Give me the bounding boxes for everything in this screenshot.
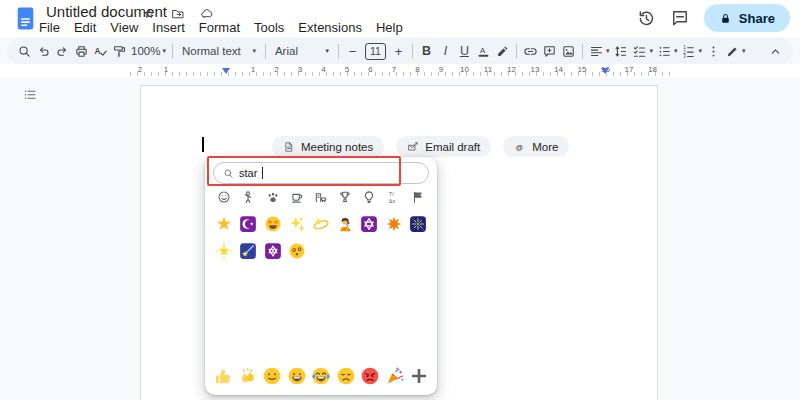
search-menus-icon[interactable] [17, 44, 32, 59]
more-options-icon[interactable] [706, 44, 721, 59]
recent-emoji-angry-face[interactable] [360, 364, 380, 388]
emoji-face-with-spiral-eyes[interactable] [285, 239, 309, 263]
emoji-category-food-and-drink[interactable] [285, 185, 309, 209]
emoji-star[interactable] [212, 212, 236, 236]
zoom-select[interactable]: 100%▾ [129, 40, 168, 62]
more-emojis-button-icon [409, 366, 429, 386]
recent-emoji-slightly-smiling-face[interactable] [262, 364, 282, 388]
comments-icon[interactable] [670, 8, 690, 28]
emoji-category-smileys-and-emotions[interactable] [212, 185, 236, 209]
hide-menus-icon[interactable] [768, 44, 783, 59]
menu-file[interactable]: File [32, 19, 67, 36]
emoji-category-flags-icon [411, 190, 425, 204]
version-history-icon[interactable] [636, 8, 656, 28]
undo-icon[interactable] [36, 44, 51, 59]
emoji-grid: T/&x [212, 185, 430, 263]
emoji-glowing-star[interactable] [212, 239, 236, 263]
menu-edit[interactable]: Edit [67, 19, 103, 36]
highlight-color-icon[interactable] [495, 44, 510, 59]
divider [582, 44, 583, 59]
emoji-category-people-icon [241, 190, 255, 204]
font-size-decrease[interactable]: − [343, 40, 362, 62]
text-cursor [202, 137, 204, 152]
bold-button[interactable]: B [417, 40, 436, 62]
right-indent-marker[interactable] [601, 68, 609, 74]
emoji-category-travel-and-places[interactable] [309, 185, 333, 209]
bullet-list-select[interactable]: ▾ [655, 40, 680, 62]
menu-format[interactable]: Format [192, 19, 247, 36]
align-select[interactable]: ▾ [587, 40, 612, 62]
print-icon[interactable] [74, 44, 89, 59]
recent-emoji-party-popper[interactable] [385, 364, 405, 388]
emoji-star-and-crescent[interactable] [236, 212, 260, 236]
numbered-list-select[interactable]: 123▾ [679, 40, 704, 62]
font-select[interactable]: Arial▾ [270, 40, 334, 62]
emoji-category-animals-and-nature-icon [266, 190, 280, 204]
recent-emoji-disappointed-face[interactable] [336, 364, 356, 388]
doc-chip-icon [283, 141, 295, 153]
add-comment-icon[interactable] [542, 44, 557, 59]
annotation-red-box [207, 156, 401, 186]
emoji-sparkles[interactable] [285, 212, 309, 236]
font-size-increase[interactable]: + [389, 40, 408, 62]
paragraph-style-select[interactable]: Normal text▾ [177, 40, 261, 62]
emoji-dizzy[interactable] [309, 212, 333, 236]
redo-icon[interactable] [55, 44, 70, 59]
emoji-category-symbols[interactable]: T/&x [382, 185, 406, 209]
editing-mode-select[interactable]: ▾ [723, 40, 748, 62]
divider [265, 44, 266, 59]
share-button[interactable]: Share [704, 4, 790, 32]
emoji-category-travel-and-places-icon [314, 190, 328, 204]
emoji-eight-pointed-star[interactable] [382, 212, 406, 236]
recent-emoji-grinning-face[interactable] [287, 364, 307, 388]
ruler-number: 12 [507, 65, 516, 74]
chip-meeting-notes[interactable]: Meeting notes [272, 136, 384, 157]
chip-more[interactable]: @More [503, 136, 569, 157]
underline-button[interactable]: U [455, 40, 474, 62]
paint-format-icon[interactable] [112, 44, 127, 59]
left-indent-marker[interactable] [222, 68, 230, 74]
ruler-number: 2 [138, 65, 142, 74]
emoji-sparkles-icon [288, 215, 306, 233]
checklist-icon [632, 44, 647, 59]
recent-emoji-thumbs-up[interactable] [213, 364, 233, 388]
emoji-star-struck[interactable] [260, 212, 284, 236]
insert-image-icon[interactable] [561, 44, 576, 59]
line-spacing-icon[interactable] [613, 44, 628, 59]
emoji-fireworks[interactable] [406, 212, 430, 236]
menu-view[interactable]: View [103, 19, 145, 36]
italic-button[interactable]: I [436, 40, 455, 62]
chip-email-draft[interactable]: Email draft [396, 136, 491, 157]
more-emojis-button[interactable] [409, 364, 429, 388]
ruler-number: 7 [392, 65, 396, 74]
header-right: Share [636, 4, 790, 32]
spellcheck-icon[interactable]: A [93, 44, 108, 59]
font-size-value[interactable]: 11 [365, 43, 386, 60]
menu-help[interactable]: Help [369, 19, 410, 36]
emoji-star-struck-icon [264, 215, 282, 233]
recent-emoji-clapping-hands[interactable] [238, 364, 258, 388]
menu-insert[interactable]: Insert [145, 19, 192, 36]
chip-label: Meeting notes [301, 141, 373, 153]
emoji-picker-popup: star T/&x [205, 157, 437, 395]
emoji-category-animals-and-nature[interactable] [260, 185, 284, 209]
checklist-select[interactable]: ▾ [630, 40, 655, 62]
insert-link-icon[interactable] [523, 44, 538, 59]
ruler-number: 4 [321, 65, 325, 74]
emoji-singer[interactable] [333, 212, 357, 236]
emoji-shooting-star[interactable] [236, 239, 260, 263]
recent-emoji-party-popper-icon [385, 366, 405, 386]
emoji-dotted-six-pointed-star-icon [264, 242, 282, 260]
emoji-category-objects[interactable] [357, 185, 381, 209]
menu-extensions[interactable]: Extensions [291, 19, 369, 36]
emoji-category-activities-and-events[interactable] [333, 185, 357, 209]
divider [172, 44, 173, 59]
document-outline-icon[interactable] [22, 88, 38, 102]
emoji-category-flags[interactable] [406, 185, 430, 209]
emoji-dotted-six-pointed-star[interactable] [260, 239, 284, 263]
menu-tools[interactable]: Tools [247, 19, 291, 36]
text-color-icon[interactable]: A [476, 44, 491, 59]
recent-emoji-face-with-tears-of-joy[interactable] [311, 364, 331, 388]
emoji-star-of-david[interactable] [357, 212, 381, 236]
emoji-category-people[interactable] [236, 185, 260, 209]
